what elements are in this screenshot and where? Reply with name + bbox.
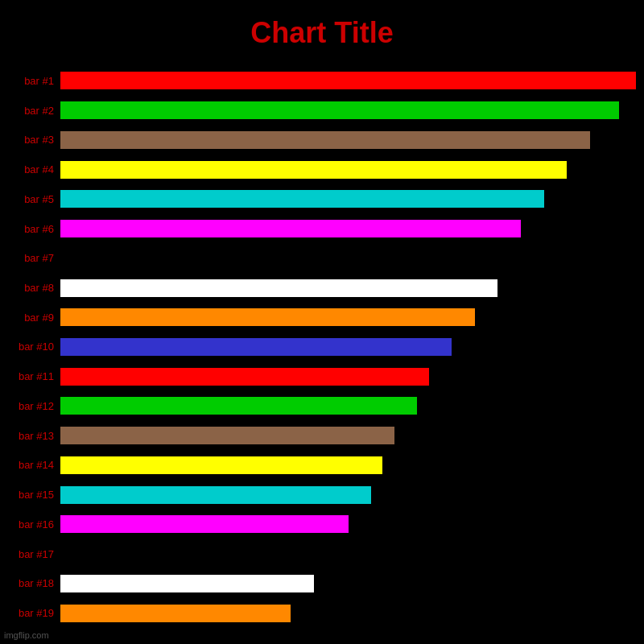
bar-row: bar #4	[8, 159, 636, 181]
bar-row: bar #2	[8, 99, 636, 122]
bar-row: bar #8	[8, 277, 636, 299]
bar-label: bar #6	[8, 223, 60, 235]
bar-track	[60, 515, 636, 533]
bar-label: bar #9	[8, 312, 60, 324]
bar-track	[60, 427, 636, 444]
bar-track	[60, 368, 636, 386]
bar-label: bar #8	[8, 282, 60, 294]
bar-fill	[60, 368, 429, 386]
bar-track	[60, 72, 636, 89]
bar-label: bar #13	[8, 430, 60, 442]
bar-row: bar #17	[8, 543, 636, 565]
bar-row: bar #7	[8, 247, 636, 270]
bar-label: bar #17	[8, 548, 60, 560]
bar-track	[60, 338, 636, 356]
bar-fill	[60, 190, 544, 208]
chart-title: Chart Title	[8, 16, 636, 50]
watermark: imgflip.com	[4, 630, 49, 640]
bar-label: bar #14	[8, 459, 60, 471]
bar-track	[60, 575, 636, 592]
bar-track	[60, 190, 636, 208]
bar-fill	[60, 486, 371, 504]
bar-row: bar #18	[8, 572, 636, 595]
bar-label: bar #15	[8, 489, 60, 501]
bar-label: bar #11	[8, 370, 60, 382]
bar-track	[60, 131, 636, 149]
bar-row: bar #3	[8, 129, 636, 151]
bar-track	[60, 397, 636, 415]
bar-track	[60, 486, 636, 504]
bar-label: bar #4	[8, 163, 60, 175]
bar-label: bar #19	[8, 607, 60, 619]
bar-row: bar #5	[8, 188, 636, 210]
bar-fill	[60, 605, 291, 622]
bar-row: bar #9	[8, 306, 636, 328]
bar-track	[60, 308, 636, 326]
bar-track	[60, 161, 636, 179]
bar-track	[60, 545, 636, 563]
bar-track	[60, 220, 636, 237]
bar-fill	[60, 397, 417, 415]
bar-label: bar #2	[8, 105, 60, 117]
bar-label: bar #1	[8, 75, 60, 87]
bar-fill	[60, 131, 590, 149]
bar-fill	[60, 338, 452, 356]
bar-label: bar #3	[8, 134, 60, 146]
bar-row: bar #15	[8, 484, 636, 506]
bar-row: bar #1	[8, 69, 636, 92]
bar-row: bar #12	[8, 394, 636, 417]
bar-fill	[60, 456, 382, 474]
bar-track	[60, 101, 636, 119]
bar-row: bar #19	[8, 602, 636, 625]
bar-label: bar #5	[8, 193, 60, 205]
bar-label: bar #7	[8, 252, 60, 264]
bar-label: bar #12	[8, 400, 60, 412]
bar-row: bar #10	[8, 336, 636, 358]
bar-track	[60, 456, 636, 474]
chart-container: Chart Title bar #1bar #2bar #3bar #4bar …	[0, 0, 644, 644]
bar-fill	[60, 220, 521, 237]
bar-row: bar #16	[8, 513, 636, 535]
bar-row: bar #11	[8, 365, 636, 388]
bar-track	[60, 250, 636, 267]
bar-row: bar #13	[8, 424, 636, 447]
bar-fill	[60, 72, 636, 89]
bar-track	[60, 279, 636, 297]
bars-area: bar #1bar #2bar #3bar #4bar #5bar #6bar …	[8, 66, 636, 628]
bar-label: bar #10	[8, 341, 60, 353]
bar-fill	[60, 575, 314, 592]
bar-fill	[60, 101, 619, 119]
bar-fill	[60, 427, 394, 444]
bar-fill	[60, 279, 497, 297]
bar-fill	[60, 515, 349, 533]
bar-fill	[60, 161, 567, 179]
bar-fill	[60, 308, 475, 326]
bar-label: bar #16	[8, 518, 60, 530]
bar-row: bar #14	[8, 454, 636, 477]
bar-label: bar #18	[8, 577, 60, 589]
bar-track	[60, 605, 636, 622]
bar-row: bar #6	[8, 217, 636, 240]
